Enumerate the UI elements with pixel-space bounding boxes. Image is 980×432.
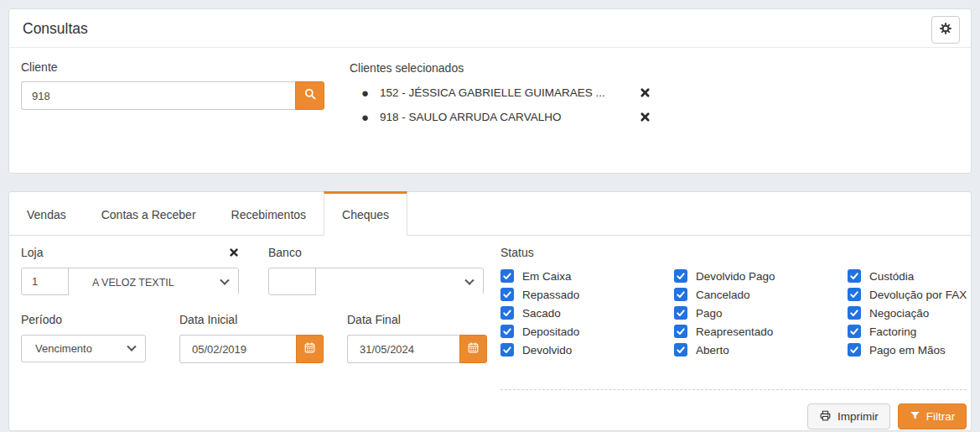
data-final-input[interactable] xyxy=(347,335,459,363)
loja-select[interactable]: A VELOZ TEXTIL xyxy=(69,268,238,296)
checkbox-checked-icon xyxy=(674,343,687,357)
checkbox-label: Devolução por FAX xyxy=(869,289,967,301)
banco-code-input[interactable] xyxy=(269,268,316,294)
actions-separator xyxy=(500,389,967,390)
cliente-input[interactable] xyxy=(21,81,295,110)
cliente-label: Cliente xyxy=(21,60,324,74)
filtrar-button-label: Filtrar xyxy=(926,410,956,423)
remove-client-icon[interactable] xyxy=(640,87,651,98)
checkbox-devolvido-pago[interactable]: Devolvido Pago xyxy=(674,269,848,283)
printer-icon xyxy=(819,409,832,424)
checkbox-checked-icon xyxy=(500,288,514,301)
checkbox-checked-icon xyxy=(848,269,861,283)
checkbox-pago[interactable]: Pago xyxy=(674,306,848,320)
tab-cheques[interactable]: Cheques xyxy=(324,191,407,236)
selected-clients-label: Clientes selecionados xyxy=(350,61,959,75)
checkbox-checked-icon xyxy=(674,325,687,338)
imprimir-button[interactable]: Imprimir xyxy=(807,403,890,429)
list-item: ● 918 - SAULO ARRUDA CARVALHO xyxy=(361,110,651,124)
page-title: Consultas xyxy=(23,20,88,37)
checkbox-label: Aberto xyxy=(696,344,729,357)
checkbox-label: Devolvido Pago xyxy=(696,270,775,283)
checkbox-depositado[interactable]: Depositado xyxy=(500,325,674,338)
checkbox-label: Pago em Mãos xyxy=(869,344,946,357)
checkbox-label: Em Caixa xyxy=(522,270,572,283)
tab-recebimentos[interactable]: Recebimentos xyxy=(214,192,324,235)
card-header: Consultas xyxy=(9,9,971,48)
data-inicial-label: Data Inicial xyxy=(179,313,324,326)
status-label: Status xyxy=(500,246,967,259)
status-column-3: Custódia Devolução por FAX Negociação Fa… xyxy=(848,269,967,362)
checkbox-label: Sacado xyxy=(522,307,561,320)
chevron-down-icon xyxy=(127,341,136,351)
gear-icon xyxy=(939,22,952,39)
consultas-card: Consultas xyxy=(8,8,972,174)
checkbox-checked-icon xyxy=(500,325,514,338)
checkbox-pago-em-maos[interactable]: Pago em Mãos xyxy=(848,343,967,357)
settings-button[interactable] xyxy=(931,16,960,44)
loja-select-value: A VELOZ TEXTIL xyxy=(79,277,221,289)
status-column-1: Em Caixa Repassado Sacado Depositado xyxy=(500,269,674,362)
bullet-icon: ● xyxy=(361,110,369,124)
checkbox-aberto[interactable]: Aberto xyxy=(674,343,848,357)
chevron-down-icon xyxy=(220,275,229,284)
checkbox-sacado[interactable]: Sacado xyxy=(500,306,674,320)
checkbox-checked-icon xyxy=(500,269,514,283)
bullet-icon: ● xyxy=(361,86,369,100)
selected-client-text: 152 - JÉSSICA GABRIELLE GUIMARAES ... xyxy=(380,86,640,99)
checkbox-checked-icon xyxy=(848,343,861,357)
periodo-field-group: Período Vencimento xyxy=(21,313,146,363)
data-inicial-field-group: Data Inicial xyxy=(179,313,324,363)
checkbox-devolucao-por-fax[interactable]: Devolução por FAX xyxy=(848,288,967,301)
checkbox-checked-icon xyxy=(848,306,861,320)
checkbox-devolvido[interactable]: Devolvido xyxy=(500,343,674,357)
checkbox-label: Custódia xyxy=(869,270,914,283)
clear-loja-icon[interactable] xyxy=(229,247,239,258)
data-final-field-group: Data Final xyxy=(347,313,487,363)
actions-bar: Imprimir Filtrar xyxy=(500,403,967,429)
checkbox-checked-icon xyxy=(674,269,687,283)
calendar-icon xyxy=(303,341,316,357)
checkbox-checked-icon xyxy=(500,343,514,357)
checkbox-negociacao[interactable]: Negociação xyxy=(848,306,967,320)
tab-contas-a-receber[interactable]: Contas a Receber xyxy=(84,192,214,235)
selected-client-text: 918 - SAULO ARRUDA CARVALHO xyxy=(380,111,640,123)
checkbox-label: Cancelado xyxy=(696,289,750,301)
checkbox-checked-icon xyxy=(500,306,514,320)
filter-form: Loja A VELOZ TEXTIL xyxy=(21,246,487,429)
checkbox-factoring[interactable]: Factoring xyxy=(848,325,967,338)
periodo-select[interactable]: Vencimento xyxy=(21,335,146,362)
remove-client-icon[interactable] xyxy=(640,112,651,122)
funnel-icon xyxy=(910,410,920,424)
checkbox-checked-icon xyxy=(674,306,687,320)
calendar-icon xyxy=(467,341,480,357)
tab-vendas[interactable]: Vendas xyxy=(9,192,84,235)
checkbox-label: Negociação xyxy=(869,307,929,320)
checkbox-label: Reapresentado xyxy=(696,325,773,338)
data-inicial-input[interactable] xyxy=(179,335,296,363)
checkbox-checked-icon xyxy=(848,288,861,301)
selected-clients-section: Clientes selecionados ● 152 - JÉSSICA GA… xyxy=(350,60,959,134)
banco-field-group: Banco xyxy=(268,246,484,295)
filtrar-button[interactable]: Filtrar xyxy=(898,403,967,429)
data-final-label: Data Final xyxy=(347,313,487,326)
chevron-down-icon xyxy=(464,275,474,284)
banco-select[interactable] xyxy=(316,268,483,296)
checkbox-custodia[interactable]: Custódia xyxy=(848,269,967,283)
checkbox-cancelado[interactable]: Cancelado xyxy=(674,288,848,301)
checkbox-reapresentado[interactable]: Reapresentado xyxy=(674,325,848,338)
status-column-2: Devolvido Pago Cancelado Pago Reapresent… xyxy=(674,269,848,362)
data-final-calendar-button[interactable] xyxy=(459,335,487,363)
checkbox-label: Repassado xyxy=(522,289,579,301)
checkbox-checked-icon xyxy=(848,325,861,338)
selected-clients-list: ● 152 - JÉSSICA GABRIELLE GUIMARAES ... … xyxy=(350,86,959,124)
checkbox-label: Pago xyxy=(696,307,723,320)
search-button[interactable] xyxy=(295,81,324,110)
checkbox-label: Devolvido xyxy=(522,344,572,357)
checkbox-repassado[interactable]: Repassado xyxy=(500,288,674,301)
data-inicial-calendar-button[interactable] xyxy=(296,335,324,363)
checkbox-em-caixa[interactable]: Em Caixa xyxy=(500,269,674,283)
loja-code-input[interactable] xyxy=(22,268,69,294)
checkbox-checked-icon xyxy=(674,288,687,301)
search-icon xyxy=(303,87,317,104)
